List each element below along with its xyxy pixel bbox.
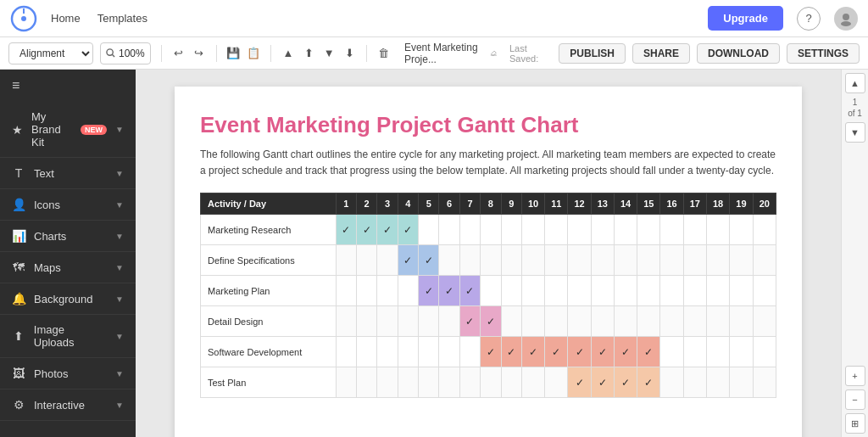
gantt-cell-0-13 xyxy=(591,215,614,245)
publish-button[interactable]: PUBLISH xyxy=(559,43,626,64)
gantt-cell-5-14: ✓ xyxy=(614,367,637,398)
gantt-cell-1-9 xyxy=(501,245,521,276)
sidebar-item-text[interactable]: TText▼ xyxy=(0,158,136,189)
page-up-button[interactable]: ▲ xyxy=(845,73,865,93)
right-panel: ▲ 1 of 1 ▼ + − ⊞ xyxy=(841,70,868,437)
gantt-cell-4-6 xyxy=(439,337,459,367)
nav-home[interactable]: Home xyxy=(51,12,81,25)
charts-label: Charts xyxy=(34,230,66,243)
gantt-header-day-7: 7 xyxy=(459,193,480,215)
gantt-header-day-6: 6 xyxy=(439,193,459,215)
help-button[interactable]: ? xyxy=(797,7,821,31)
gantt-cell-1-17 xyxy=(683,245,706,276)
gantt-cell-1-5: ✓ xyxy=(419,245,439,276)
gantt-cell-5-13: ✓ xyxy=(591,367,614,398)
gantt-header-day-11: 11 xyxy=(545,193,568,215)
checkmark-icon: ✓ xyxy=(342,224,350,236)
charts-chevron-icon: ▼ xyxy=(115,232,124,241)
gantt-cell-1-13 xyxy=(591,245,614,276)
delete-button[interactable]: 🗑 xyxy=(377,44,391,63)
page-down-button[interactable]: ▼ xyxy=(845,122,865,143)
gantt-cell-2-15 xyxy=(637,276,660,306)
gantt-cell-5-4 xyxy=(398,367,418,398)
gantt-cell-5-12: ✓ xyxy=(568,367,591,398)
separator-2 xyxy=(216,45,217,62)
arrange-top-button[interactable]: ⬆ xyxy=(302,44,315,63)
copy-button[interactable]: 📋 xyxy=(247,44,260,63)
settings-button[interactable]: SETTINGS xyxy=(787,43,860,64)
gantt-table: Activity / Day12345678910111213141516171… xyxy=(200,193,776,398)
maps-icon: 🗺 xyxy=(12,261,25,274)
gantt-cell-5-3 xyxy=(377,367,398,398)
zoom-out-button[interactable]: − xyxy=(845,389,865,410)
photos-chevron-icon: ▼ xyxy=(115,369,124,378)
table-row: Detail Design✓✓ xyxy=(201,306,776,337)
upgrade-button[interactable]: Upgrade xyxy=(708,6,783,31)
main-layout: ≡ ★My Brand KitNEW▼TText▼👤Icons▼📊Charts▼… xyxy=(0,70,868,437)
arrange-bottom-button[interactable]: ⬇ xyxy=(342,44,356,63)
gantt-cell-3-15 xyxy=(637,306,660,337)
gantt-cell-2-7: ✓ xyxy=(459,276,480,306)
interactive-icon: ⚙ xyxy=(12,398,25,412)
gantt-cell-5-19 xyxy=(730,367,753,398)
table-row: Software Development✓✓✓✓✓✓✓✓ xyxy=(201,337,776,367)
gantt-cell-5-11 xyxy=(545,367,568,398)
nav-templates[interactable]: Templates xyxy=(97,12,147,25)
gantt-cell-4-14: ✓ xyxy=(614,337,637,367)
sidebar-item-background[interactable]: 🔔Background▼ xyxy=(0,283,136,315)
svg-point-4 xyxy=(841,21,851,26)
gantt-cell-3-6 xyxy=(439,306,459,337)
gantt-cell-3-11 xyxy=(545,306,568,337)
redo-button[interactable]: ↪ xyxy=(192,44,205,63)
sidebar-item-icons[interactable]: 👤Icons▼ xyxy=(0,189,136,221)
gantt-cell-2-16 xyxy=(660,276,683,306)
sidebar-item-maps[interactable]: 🗺Maps▼ xyxy=(0,252,136,283)
gantt-cell-3-8: ✓ xyxy=(481,306,501,337)
gantt-cell-4-11: ✓ xyxy=(545,337,568,367)
gantt-cell-3-3 xyxy=(377,306,398,337)
sidebar-item-my-brand-kit[interactable]: ★My Brand KitNEW▼ xyxy=(0,102,136,158)
image-uploads-chevron-icon: ▼ xyxy=(115,332,124,341)
gantt-cell-1-10 xyxy=(521,245,544,276)
arrange-down-button[interactable]: ▼ xyxy=(322,44,336,63)
icons-chevron-icon: ▼ xyxy=(115,200,124,210)
undo-button[interactable]: ↩ xyxy=(171,44,185,63)
logo-icon xyxy=(10,5,37,32)
canvas-area: Event Marketing Project Gantt Chart The … xyxy=(136,70,868,437)
sidebar-item-interactive[interactable]: ⚙Interactive▼ xyxy=(0,389,136,421)
gantt-header-day-4: 4 xyxy=(398,193,418,215)
hamburger-button[interactable]: ≡ xyxy=(0,70,136,102)
gantt-cell-3-13 xyxy=(591,306,614,337)
edit-filename-icon[interactable] xyxy=(490,48,498,59)
gantt-cell-3-19 xyxy=(730,306,753,337)
gantt-cell-0-8 xyxy=(481,215,501,245)
gantt-cell-0-3: ✓ xyxy=(377,215,398,245)
sidebar-item-photos[interactable]: 🖼Photos▼ xyxy=(0,358,136,389)
download-button[interactable]: DOWNLOAD xyxy=(697,43,780,64)
gantt-cell-1-19 xyxy=(730,245,753,276)
zoom-control[interactable]: 100% xyxy=(100,42,151,64)
gantt-cell-4-18 xyxy=(707,337,730,367)
gantt-cell-2-1 xyxy=(336,276,356,306)
gantt-cell-0-17 xyxy=(683,215,706,245)
table-row: Marketing Research✓✓✓✓ xyxy=(201,215,776,245)
checkmark-icon: ✓ xyxy=(465,285,474,297)
grid-button[interactable]: ⊞ xyxy=(845,413,865,434)
my-brand-kit-chevron-icon: ▼ xyxy=(115,125,124,134)
gantt-cell-2-17 xyxy=(683,276,706,306)
text-icon: T xyxy=(12,166,25,180)
sidebar-item-charts[interactable]: 📊Charts▼ xyxy=(0,221,136,252)
sidebar-item-image-uploads[interactable]: ⬆Image Uploads▼ xyxy=(0,315,136,358)
gantt-header-day-1: 1 xyxy=(336,193,356,215)
zoom-level: 100% xyxy=(119,48,145,59)
save-button[interactable]: 💾 xyxy=(226,44,240,63)
separator-4 xyxy=(366,45,367,62)
checkmark-icon: ✓ xyxy=(383,224,392,236)
share-button[interactable]: SHARE xyxy=(632,43,690,64)
zoom-in-button[interactable]: + xyxy=(845,366,865,386)
alignment-select[interactable]: Alignment xyxy=(8,42,93,64)
zoom-icon xyxy=(106,48,115,58)
arrange-up-button[interactable]: ▲ xyxy=(281,44,295,63)
avatar[interactable] xyxy=(834,7,858,31)
gantt-cell-2-20 xyxy=(753,276,776,306)
